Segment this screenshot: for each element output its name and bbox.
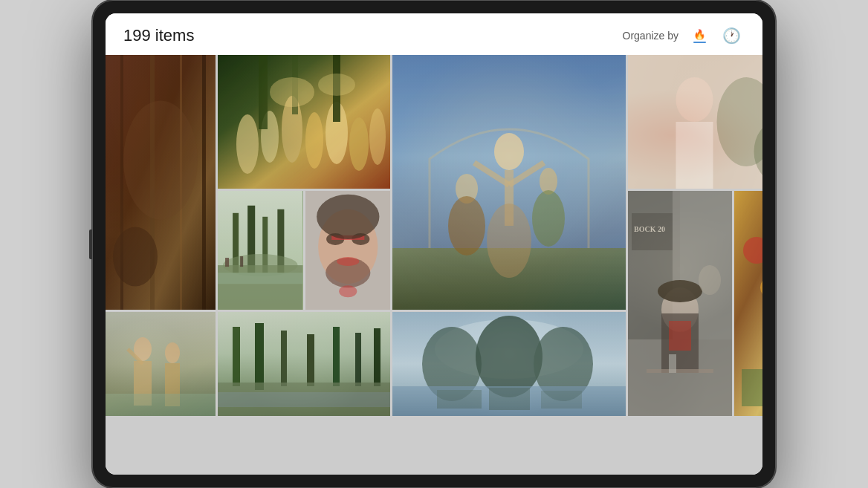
svg-point-19 <box>318 74 355 96</box>
art-tile[interactable] <box>392 312 626 416</box>
svg-rect-91 <box>281 331 287 386</box>
svg-rect-16 <box>333 55 340 122</box>
svg-rect-20 <box>392 55 626 310</box>
organize-by-clock-button[interactable]: 🕐 <box>718 22 745 49</box>
svg-rect-95 <box>374 328 380 386</box>
svg-point-56 <box>326 258 370 287</box>
art-tile[interactable]: BOCK 20 <box>628 191 732 416</box>
svg-point-39 <box>717 77 763 166</box>
svg-point-66 <box>658 280 702 302</box>
svg-point-10 <box>282 96 302 163</box>
svg-rect-96 <box>218 383 390 416</box>
svg-point-9 <box>261 111 279 163</box>
svg-rect-69 <box>647 369 713 373</box>
svg-rect-45 <box>277 209 284 273</box>
header-right: Organize by 🔥 🕐 <box>623 22 745 49</box>
svg-rect-7 <box>218 55 390 189</box>
svg-rect-55 <box>331 235 364 240</box>
organize-by-label: Organize by <box>623 30 678 42</box>
svg-rect-60 <box>628 191 732 416</box>
svg-rect-81 <box>106 312 216 416</box>
svg-point-100 <box>422 327 482 401</box>
art-tile[interactable] <box>218 191 303 310</box>
art-tile[interactable] <box>218 312 390 416</box>
svg-rect-31 <box>628 55 762 189</box>
svg-rect-63 <box>632 213 673 250</box>
svg-point-59 <box>339 285 357 297</box>
svg-rect-17 <box>292 55 298 114</box>
svg-rect-21 <box>392 248 626 310</box>
clock-icon: 🕐 <box>722 27 741 45</box>
svg-text:BOCK 20: BOCK 20 <box>634 225 665 233</box>
gallery-grid: BOCK 20 <box>106 55 762 475</box>
svg-point-101 <box>476 316 542 397</box>
svg-rect-46 <box>218 265 303 310</box>
svg-point-18 <box>270 77 314 107</box>
svg-rect-89 <box>233 327 240 386</box>
svg-rect-68 <box>669 321 691 351</box>
svg-line-86 <box>128 349 143 364</box>
tablet-frame: 199 items Organize by 🔥 🕐 <box>92 0 776 488</box>
svg-point-11 <box>305 112 323 169</box>
svg-rect-93 <box>333 327 340 386</box>
svg-rect-42 <box>233 213 239 273</box>
svg-rect-43 <box>247 206 255 273</box>
svg-point-71 <box>699 265 721 295</box>
svg-point-26 <box>456 174 478 204</box>
svg-point-13 <box>349 117 369 171</box>
svg-rect-104 <box>437 390 482 409</box>
items-count: 199 items <box>123 26 194 45</box>
svg-rect-1 <box>120 55 123 310</box>
svg-rect-50 <box>218 273 303 284</box>
svg-point-30 <box>487 204 531 278</box>
svg-point-57 <box>317 195 379 239</box>
organize-by-fire-button[interactable]: 🔥 <box>687 26 712 46</box>
art-tile[interactable] <box>106 312 216 416</box>
svg-rect-3 <box>180 55 182 310</box>
svg-point-58 <box>337 257 359 266</box>
svg-rect-105 <box>489 388 530 410</box>
art-tile[interactable] <box>106 55 216 310</box>
svg-point-52 <box>318 209 378 284</box>
svg-point-27 <box>540 168 557 195</box>
svg-rect-15 <box>259 55 268 129</box>
svg-point-14 <box>369 108 386 165</box>
art-tile[interactable] <box>305 191 391 310</box>
svg-rect-44 <box>262 217 268 273</box>
art-tile[interactable] <box>734 191 762 416</box>
svg-rect-38 <box>676 122 713 189</box>
svg-rect-94 <box>355 333 361 386</box>
svg-point-28 <box>448 196 485 256</box>
svg-rect-106 <box>541 391 582 409</box>
active-underline <box>693 42 706 43</box>
art-tile[interactable] <box>392 55 626 310</box>
svg-rect-85 <box>165 363 180 406</box>
svg-rect-90 <box>255 323 264 390</box>
svg-rect-98 <box>392 312 626 416</box>
svg-point-12 <box>326 102 348 164</box>
art-tile[interactable] <box>628 55 762 189</box>
svg-rect-116 <box>742 369 762 406</box>
svg-rect-4 <box>202 55 206 310</box>
svg-rect-0 <box>106 55 216 310</box>
svg-rect-97 <box>218 392 390 407</box>
svg-rect-61 <box>628 191 673 339</box>
svg-point-22 <box>494 133 524 170</box>
svg-point-65 <box>661 287 699 332</box>
svg-point-53 <box>326 233 344 245</box>
svg-point-37 <box>676 77 713 122</box>
svg-rect-49 <box>240 256 243 267</box>
art-tile-pair <box>218 191 390 310</box>
svg-rect-48 <box>225 258 229 267</box>
svg-line-24 <box>474 163 509 185</box>
tablet-screen: 199 items Organize by 🔥 🕐 <box>106 13 762 475</box>
fire-icon: 🔥 <box>693 29 706 40</box>
svg-point-82 <box>134 337 152 361</box>
svg-rect-103 <box>392 386 626 416</box>
svg-rect-83 <box>134 361 152 406</box>
svg-point-102 <box>534 327 593 401</box>
svg-rect-107 <box>734 191 762 416</box>
art-tile[interactable] <box>218 55 390 189</box>
side-button[interactable] <box>89 230 92 259</box>
svg-point-5 <box>123 101 198 220</box>
